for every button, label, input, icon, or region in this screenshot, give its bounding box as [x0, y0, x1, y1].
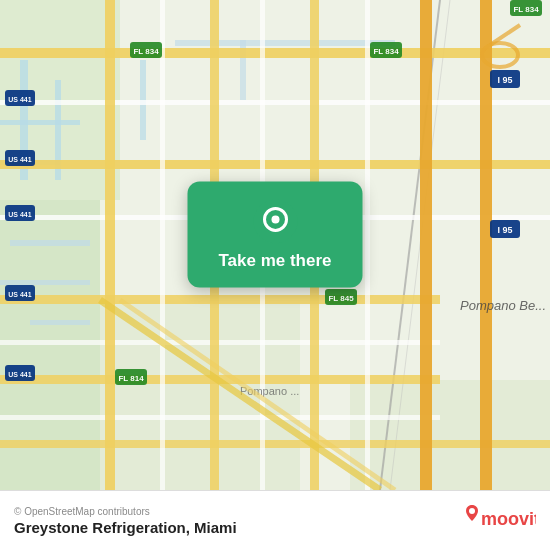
svg-point-67 [469, 508, 475, 514]
bottom-left-info: © OpenStreetMap contributors Greystone R… [14, 506, 237, 536]
svg-point-66 [271, 215, 279, 223]
svg-rect-13 [175, 40, 395, 46]
svg-text:US 441: US 441 [8, 371, 31, 378]
svg-text:US 441: US 441 [8, 156, 31, 163]
svg-rect-31 [160, 0, 165, 490]
place-name: Greystone Refrigeration, Miami [14, 519, 237, 536]
svg-rect-11 [30, 320, 90, 325]
map-attribution: © OpenStreetMap contributors [14, 506, 237, 517]
location-pin-icon [253, 199, 297, 243]
svg-rect-4 [350, 380, 550, 490]
svg-text:FL 814: FL 814 [118, 374, 144, 383]
svg-rect-22 [0, 100, 550, 105]
svg-rect-17 [0, 48, 550, 58]
svg-rect-10 [0, 280, 90, 285]
svg-text:FL 845: FL 845 [328, 294, 354, 303]
svg-rect-29 [420, 0, 432, 490]
moovit-logo: moovit [456, 503, 536, 539]
moovit-logo-svg: moovit [456, 503, 536, 539]
svg-text:FL 834: FL 834 [373, 47, 399, 56]
bottom-bar: © OpenStreetMap contributors Greystone R… [0, 490, 550, 550]
svg-text:FL 834: FL 834 [133, 47, 159, 56]
svg-rect-7 [0, 120, 80, 125]
svg-rect-33 [365, 0, 370, 490]
svg-text:FL 834: FL 834 [513, 5, 539, 14]
svg-text:US 441: US 441 [8, 96, 31, 103]
svg-text:I 95: I 95 [497, 225, 512, 235]
svg-text:I 95: I 95 [497, 75, 512, 85]
svg-text:Pompano Be...: Pompano Be... [460, 298, 546, 313]
svg-text:moovit: moovit [481, 509, 536, 529]
svg-text:US 441: US 441 [8, 211, 31, 218]
cta-label: Take me there [218, 251, 331, 271]
svg-rect-19 [0, 295, 440, 304]
svg-rect-9 [10, 240, 90, 246]
cta-button[interactable]: Take me there [188, 181, 363, 287]
svg-text:US 441: US 441 [8, 291, 31, 298]
svg-rect-24 [0, 340, 440, 345]
map-container: I 95 I 95 FL 834 FL 834 FL 845 FL 814 US… [0, 0, 550, 490]
svg-rect-25 [0, 415, 440, 420]
svg-rect-26 [105, 0, 115, 490]
svg-rect-21 [0, 440, 550, 448]
svg-rect-18 [0, 160, 550, 169]
